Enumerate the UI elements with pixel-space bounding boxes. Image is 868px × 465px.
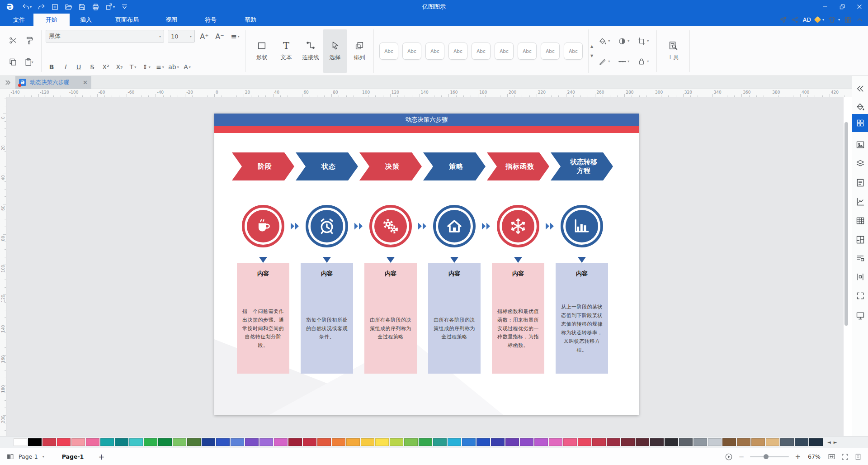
presentation-icon[interactable]	[852, 307, 868, 325]
distribute-icon[interactable]	[852, 268, 868, 286]
fit-width-icon[interactable]	[828, 453, 835, 460]
send-icon[interactable]	[779, 16, 787, 24]
shadow-style-button[interactable]: ▾	[618, 37, 629, 45]
color-swatch[interactable]	[737, 438, 750, 446]
color-swatch[interactable]	[693, 438, 707, 446]
new-document-button[interactable]	[48, 1, 61, 12]
style-gallery-item[interactable]: Abc	[472, 43, 491, 60]
floorplan-icon[interactable]	[852, 231, 868, 249]
color-swatch[interactable]	[433, 438, 447, 446]
process-arrow-1[interactable]: 阶段	[232, 152, 294, 180]
color-swatch[interactable]	[129, 438, 143, 446]
color-swatch[interactable]	[361, 438, 374, 446]
color-swatch[interactable]	[231, 438, 244, 446]
restore-button[interactable]	[834, 0, 851, 14]
cut-button[interactable]	[9, 36, 17, 45]
bold-button[interactable]: B	[46, 62, 57, 72]
zoom-slider[interactable]	[750, 456, 789, 457]
color-swatch[interactable]	[505, 438, 519, 446]
fullscreen-icon[interactable]	[841, 453, 849, 460]
color-swatch[interactable]	[245, 438, 259, 446]
color-swatch[interactable]	[780, 438, 794, 446]
tool-shape-button[interactable]: 形状	[250, 29, 274, 73]
process-arrow-6[interactable]: 状态转移方程	[551, 152, 613, 180]
italic-button[interactable]: I	[59, 62, 71, 72]
crop-button[interactable]: ▾	[637, 37, 649, 45]
step-circle-3[interactable]	[369, 205, 412, 247]
superscript-button[interactable]: X²	[100, 62, 112, 72]
color-swatch[interactable]	[766, 438, 779, 446]
fill-style-button[interactable]: ▾	[599, 37, 610, 45]
tool-connector-button[interactable]: 连接线	[298, 29, 323, 73]
line-spacing-button[interactable]: ⇕▾	[141, 62, 152, 72]
step-circle-4[interactable]	[433, 205, 476, 247]
color-swatch[interactable]	[679, 438, 693, 446]
lock-button[interactable]: ▾	[637, 57, 649, 66]
zoom-slider-thumb[interactable]	[764, 454, 769, 459]
color-swatch[interactable]	[795, 438, 808, 446]
table-icon[interactable]	[852, 212, 868, 230]
paste-caret-icon[interactable]: ▾	[31, 60, 33, 64]
tab-overflow-chevrons-icon[interactable]	[0, 76, 15, 89]
process-arrow-3[interactable]: 决策	[359, 152, 422, 180]
step-circle-5[interactable]	[497, 205, 539, 247]
collapse-ribbon-icon[interactable]	[856, 16, 863, 24]
dash-style-button[interactable]: ▾	[618, 57, 629, 66]
color-swatch[interactable]	[390, 438, 403, 446]
open-button[interactable]	[61, 1, 75, 12]
undo-caret-icon[interactable]: ▾	[30, 5, 34, 9]
gallery-scroll-up-icon[interactable]: ▲	[590, 44, 593, 48]
color-swatch[interactable]	[722, 438, 736, 446]
color-swatch[interactable]	[28, 438, 42, 446]
color-swatch[interactable]	[650, 438, 664, 446]
color-swatch[interactable]	[462, 438, 476, 446]
layers-icon[interactable]	[852, 155, 868, 173]
zoom-level[interactable]: 67%	[807, 453, 822, 460]
font-family-select[interactable]: 黑体▾	[46, 30, 164, 43]
fill-format-icon[interactable]	[852, 98, 868, 116]
canvas[interactable]: 动态决策六步骤阶段内容指一个问题需要作出决策的步骤。通常按时间和空间的自然特征划…	[6, 97, 844, 436]
zoom-in-button[interactable]: +	[795, 453, 801, 461]
account-label[interactable]: AD	[803, 16, 811, 23]
copy-button[interactable]	[9, 58, 17, 66]
color-swatch[interactable]	[317, 438, 331, 446]
color-swatch[interactable]	[419, 438, 432, 446]
collapse-panel-icon[interactable]	[852, 80, 868, 98]
symbol-library-icon[interactable]	[852, 114, 868, 132]
add-page-button[interactable]: +	[98, 452, 104, 461]
color-swatch[interactable]	[621, 438, 635, 446]
color-swatch[interactable]	[563, 438, 577, 446]
color-swatch[interactable]	[216, 438, 230, 446]
style-gallery-item[interactable]: Abc	[448, 43, 467, 60]
tool-text-button[interactable]: T文本	[274, 29, 298, 73]
style-gallery-item[interactable]: Abc	[564, 43, 583, 60]
content-box-5[interactable]: 内容指标函数和最优值函数：用来衡量所实现过程优劣的一种数量指标，为指标函数。	[492, 263, 544, 374]
gallery-scroll-down-icon[interactable]: ▼	[590, 54, 593, 58]
color-swatch[interactable]	[375, 438, 389, 446]
color-swatch[interactable]	[57, 438, 71, 446]
menu-tab-开始[interactable]: 开始	[33, 14, 70, 26]
paste-button[interactable]: ▾	[24, 58, 33, 66]
content-box-4[interactable]: 内容由所有各阶段的决策组成的序列称为全过程策略	[428, 263, 481, 374]
palette-next-icon[interactable]: ►	[834, 440, 837, 445]
outline-icon[interactable]	[852, 174, 868, 192]
style-gallery-item[interactable]: Abc	[379, 43, 398, 60]
color-swatch[interactable]	[448, 438, 461, 446]
color-swatch[interactable]	[549, 438, 562, 446]
premium-gem-caret-icon[interactable]: ▾	[822, 18, 824, 22]
color-swatch[interactable]	[259, 438, 273, 446]
content-box-6[interactable]: 内容从上一阶段的某状态值到下阶段某状态值的转移的规律称为状态转移率，又叫状态转移…	[556, 263, 608, 374]
color-swatch[interactable]	[202, 438, 215, 446]
font-color-button[interactable]: A▾	[181, 62, 193, 72]
palette-prev-icon[interactable]: ◄	[827, 440, 831, 445]
color-swatch[interactable]	[346, 438, 360, 446]
format-painter-button[interactable]	[25, 36, 33, 45]
page-tab-active[interactable]: Page-1	[62, 453, 84, 460]
color-swatch[interactable]	[71, 438, 85, 446]
content-box-3[interactable]: 内容由所有各阶段的决策组成的序列称为全过程策略	[364, 263, 417, 374]
save-button[interactable]	[75, 1, 89, 12]
style-gallery-item[interactable]: Abc	[495, 43, 514, 60]
tools-button[interactable]: 工具	[661, 29, 685, 73]
bullets-button[interactable]: ≡▾	[154, 62, 166, 72]
menu-tab-页面布局[interactable]: 页面布局	[102, 14, 152, 26]
